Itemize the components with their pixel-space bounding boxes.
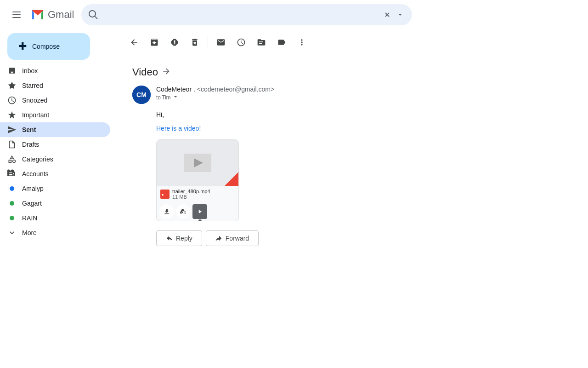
forward-label: Forward: [226, 235, 249, 242]
sidebar-item-starred[interactable]: Starred: [0, 78, 110, 93]
menu-icon[interactable]: [7, 6, 26, 24]
svg-rect-1: [12, 14, 21, 15]
sender-name: CodeMeteor . <codemeteor@gmail.com>: [156, 86, 573, 93]
attachment-container: ▶ trailer_480p.mp4 11 MB: [156, 139, 573, 221]
subject-text: Video: [132, 66, 158, 78]
more-actions-button[interactable]: [293, 33, 311, 52]
search-input[interactable]: in:sent: [102, 11, 379, 19]
email-body: Hi, Here is a video!: [156, 109, 573, 134]
attachment-card: ▶ trailer_480p.mp4 11 MB: [156, 139, 239, 221]
main-layout: ✚ Compose Inbox Starred Snoozed: [0, 29, 588, 368]
accounts-icon: [7, 169, 17, 178]
svg-rect-0: [12, 12, 21, 12]
sidebar-item-amalyp[interactable]: Amalyp: [0, 181, 110, 196]
gagart-dot-icon: [7, 199, 17, 208]
sidebar-item-inbox[interactable]: Inbox: [0, 63, 110, 78]
topbar: Gmail in:sent: [0, 0, 588, 29]
to-line[interactable]: to Tim: [156, 93, 573, 102]
compose-button[interactable]: ✚ Compose: [7, 33, 90, 60]
sidebar-item-rain-label: RAIN: [22, 214, 103, 222]
svg-rect-2: [12, 17, 21, 18]
attachment-info: ▶ trailer_480p.mp4 11 MB: [157, 186, 238, 202]
action-buttons: Reply Forward: [156, 230, 573, 246]
mark-unread-button[interactable]: [212, 33, 230, 52]
play-video-tooltip: Play video: [183, 221, 216, 221]
file-type-icon: ▶: [160, 190, 170, 199]
search-options-icon[interactable]: [396, 10, 405, 19]
star-icon: [7, 81, 17, 90]
subject-forward-icon[interactable]: [162, 67, 171, 78]
email-video-text: Here is a video!: [156, 125, 201, 132]
sidebar-item-snoozed-label: Snoozed: [22, 97, 103, 104]
sidebar-item-starred-label: Starred: [22, 82, 103, 89]
rain-dot-icon: [7, 213, 17, 223]
email-toolbar: [118, 29, 588, 55]
toolbar-divider: [208, 37, 208, 48]
compose-plus-icon: ✚: [18, 40, 27, 52]
sidebar-item-snoozed[interactable]: Snoozed: [0, 93, 110, 108]
email-thread: Video CM: [118, 55, 588, 257]
archive-button[interactable]: [145, 33, 164, 52]
email-message: CM CodeMeteor . <codemeteor@gmail.com> t…: [132, 86, 573, 221]
sidebar-item-more-label: More: [22, 229, 103, 236]
sidebar-item-gagart-label: Gagart: [22, 200, 103, 207]
sidebar-item-important-label: Important: [22, 111, 103, 119]
sidebar-item-amalyp-label: Amalyp: [22, 185, 103, 192]
download-attachment-button[interactable]: [159, 204, 174, 219]
label-button[interactable]: [272, 33, 291, 52]
email-header: CM CodeMeteor . <codemeteor@gmail.com> t…: [132, 86, 573, 104]
attachment-filename: trailer_480p.mp4: [172, 189, 235, 194]
search-icon[interactable]: [89, 10, 98, 19]
gmail-wordmark: Gmail: [48, 9, 74, 21]
sidebar-item-more[interactable]: More: [0, 225, 110, 240]
reply-button[interactable]: Reply: [156, 230, 202, 246]
sender-info: CodeMeteor . <codemeteor@gmail.com> to T…: [156, 86, 573, 102]
sidebar-item-categories[interactable]: Categories: [0, 152, 110, 167]
snooze-icon: [7, 96, 17, 105]
sidebar-item-important[interactable]: Important: [0, 108, 110, 122]
sender-avatar: CM: [132, 86, 151, 104]
drafts-icon: [7, 140, 17, 149]
amalyp-dot-icon: [7, 184, 17, 193]
email-greeting: Hi,: [156, 109, 573, 120]
compose-label: Compose: [32, 43, 60, 50]
sent-icon: [7, 125, 17, 134]
sidebar-item-accounts-label: Accounts: [22, 170, 103, 178]
search-bar: in:sent: [81, 4, 412, 25]
categories-icon: [7, 155, 17, 164]
to-label: to: [156, 94, 161, 101]
sidebar-item-drafts-label: Drafts: [22, 141, 103, 148]
email-body-text: Here is a video!: [156, 123, 573, 133]
delete-button[interactable]: [186, 33, 204, 52]
play-video-container: Play video: [192, 204, 207, 219]
gmail-logo: Gmail: [29, 6, 74, 23]
sidebar-item-inbox-label: Inbox: [22, 67, 103, 75]
to-chevron-icon[interactable]: [172, 93, 179, 102]
clear-search-icon[interactable]: [383, 10, 392, 19]
more-icon: [7, 228, 17, 237]
sidebar-item-categories-label: Categories: [22, 155, 103, 163]
reply-label: Reply: [176, 235, 192, 242]
move-to-button[interactable]: [252, 33, 271, 52]
back-button[interactable]: [125, 33, 143, 52]
sidebar-item-rain[interactable]: RAIN: [0, 211, 110, 225]
svg-text:CM: CM: [136, 91, 147, 98]
sender-email: <codemeteor@gmail.com>: [197, 86, 274, 93]
email-subject: Video: [132, 66, 573, 78]
snooze-button[interactable]: [232, 33, 250, 52]
important-icon: [7, 110, 17, 120]
save-to-drive-button[interactable]: [176, 204, 191, 219]
sidebar-item-sent-label: Sent: [22, 126, 103, 133]
email-area: Video CM: [118, 29, 588, 368]
forward-button[interactable]: Forward: [206, 230, 259, 246]
spam-button[interactable]: [165, 33, 184, 52]
sidebar: ✚ Compose Inbox Starred Snoozed: [0, 29, 118, 368]
attachment-preview: [157, 140, 238, 186]
inbox-icon: [7, 66, 17, 75]
play-video-button[interactable]: [192, 204, 207, 219]
sidebar-item-drafts[interactable]: Drafts: [0, 137, 110, 152]
sidebar-item-sent[interactable]: Sent: [0, 122, 110, 137]
red-corner-decoration: [225, 172, 238, 186]
sidebar-item-accounts[interactable]: Accounts: [0, 167, 110, 181]
sidebar-item-gagart[interactable]: Gagart: [0, 196, 110, 211]
